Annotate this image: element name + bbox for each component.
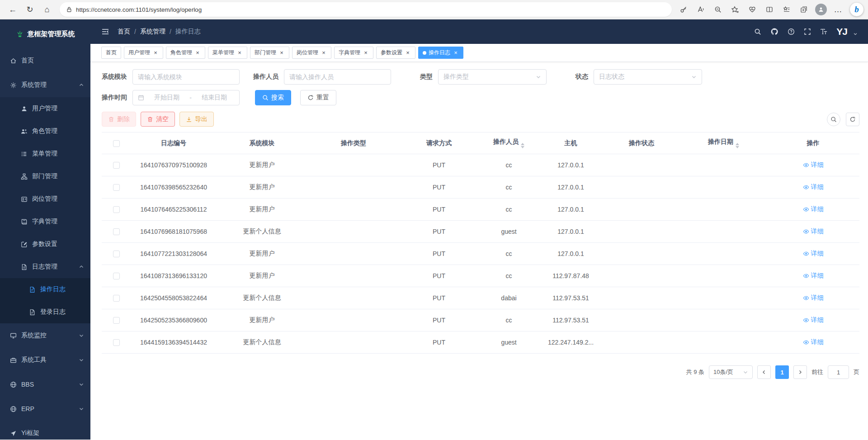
page-size-select[interactable]: 10条/页 bbox=[709, 365, 753, 379]
module-input[interactable] bbox=[138, 73, 234, 80]
table-refresh-button[interactable] bbox=[846, 113, 859, 126]
browser-home-button[interactable]: ⌂ bbox=[39, 2, 55, 17]
cell-operator: cc bbox=[479, 176, 539, 199]
tab-dict-management[interactable]: 字典管理× bbox=[334, 47, 373, 59]
sidebar-item-role-management[interactable]: 角色管理 bbox=[0, 120, 90, 142]
close-icon[interactable]: × bbox=[453, 50, 459, 56]
tab-operation-log[interactable]: 操作日志× bbox=[418, 47, 463, 59]
sidebar-item-dict-management[interactable]: 字典管理 bbox=[0, 210, 90, 233]
sidebar-item-yi-framework[interactable]: Yi框架 bbox=[0, 421, 90, 440]
export-button[interactable]: 导出 bbox=[179, 112, 214, 127]
detail-link[interactable]: 详细 bbox=[803, 250, 824, 258]
close-icon[interactable]: × bbox=[194, 50, 201, 56]
delete-button[interactable]: 删除 bbox=[102, 112, 136, 127]
row-checkbox[interactable] bbox=[113, 228, 120, 235]
close-icon[interactable]: × bbox=[321, 50, 327, 56]
sidebar-item-erp[interactable]: ERP bbox=[0, 397, 90, 421]
detail-link[interactable]: 详细 bbox=[803, 205, 824, 213]
app-logo[interactable]: 意框架管理系统 bbox=[0, 19, 90, 48]
sidebar-toggle-button[interactable] bbox=[101, 28, 109, 36]
type-select[interactable]: 操作类型 bbox=[438, 69, 547, 85]
col-date[interactable]: 操作日期 bbox=[680, 132, 767, 154]
detail-link[interactable]: 详细 bbox=[803, 161, 824, 169]
close-icon[interactable]: × bbox=[363, 50, 369, 56]
passwords-button[interactable] bbox=[676, 2, 691, 17]
search-button[interactable]: 搜索 bbox=[255, 90, 291, 105]
table-search-button[interactable] bbox=[827, 113, 840, 126]
row-checkbox[interactable] bbox=[113, 162, 120, 169]
sidebar-item-param-settings[interactable]: 参数设置 bbox=[0, 233, 90, 255]
detail-link[interactable]: 详细 bbox=[803, 338, 824, 346]
sidebar-item-login-log[interactable]: 登录日志 bbox=[0, 301, 90, 323]
tab-user-management[interactable]: 用户管理× bbox=[124, 47, 163, 59]
row-checkbox[interactable] bbox=[113, 206, 120, 213]
status-select[interactable]: 日志状态 bbox=[594, 69, 702, 85]
read-aloud-button[interactable] bbox=[693, 2, 708, 17]
tab-home[interactable]: 首页 bbox=[101, 47, 121, 59]
detail-link[interactable]: 详细 bbox=[803, 183, 824, 191]
sidebar-item-system-monitor[interactable]: 系统监控 bbox=[0, 323, 90, 348]
add-favorite-button[interactable] bbox=[728, 2, 742, 17]
sidebar-item-system-tools[interactable]: 系统工具 bbox=[0, 348, 90, 372]
tab-menu-management[interactable]: 菜单管理× bbox=[208, 47, 247, 59]
sidebar-item-bbs[interactable]: BBS bbox=[0, 372, 90, 397]
pagination-total: 共 9 条 bbox=[686, 368, 704, 376]
cell-status bbox=[603, 199, 680, 221]
tab-role-management[interactable]: 角色管理× bbox=[166, 47, 205, 59]
operator-input[interactable] bbox=[289, 73, 386, 80]
browser-refresh-button[interactable]: ↻ bbox=[22, 2, 38, 17]
date-range-picker[interactable]: 开始日期 - 结束日期 bbox=[132, 90, 240, 105]
github-button[interactable] bbox=[770, 28, 778, 36]
page-number-1[interactable]: 1 bbox=[775, 365, 789, 379]
zoom-button[interactable] bbox=[711, 2, 725, 17]
close-icon[interactable]: × bbox=[278, 50, 285, 56]
font-size-button[interactable] bbox=[820, 28, 827, 35]
sidebar-item-log-management[interactable]: 日志管理 bbox=[0, 255, 90, 278]
detail-link[interactable]: 详细 bbox=[803, 294, 824, 302]
bing-sidebar-button[interactable]: b bbox=[850, 3, 863, 16]
breadcrumb-system[interactable]: 系统管理 bbox=[140, 28, 165, 36]
row-checkbox[interactable] bbox=[113, 184, 120, 191]
clear-button[interactable]: 清空 bbox=[141, 112, 175, 127]
close-icon[interactable]: × bbox=[236, 50, 243, 56]
close-icon[interactable]: × bbox=[405, 50, 411, 56]
collections-button[interactable] bbox=[797, 2, 811, 17]
address-bar[interactable]: https://ccnetcore.com:1101/system/log/op… bbox=[60, 2, 672, 17]
sidebar-item-user-management[interactable]: 用户管理 bbox=[0, 97, 90, 120]
tab-param-settings[interactable]: 参数设置× bbox=[376, 47, 415, 59]
detail-link[interactable]: 详细 bbox=[803, 272, 824, 280]
select-all-checkbox[interactable] bbox=[113, 140, 120, 147]
row-checkbox[interactable] bbox=[113, 339, 120, 346]
breadcrumb-home[interactable]: 首页 bbox=[118, 28, 130, 36]
split-screen-button[interactable] bbox=[762, 2, 777, 17]
sidebar-item-system-management[interactable]: 系统管理 bbox=[0, 73, 90, 97]
row-checkbox[interactable] bbox=[113, 273, 120, 279]
reset-button[interactable]: 重置 bbox=[300, 90, 336, 105]
browser-essentials-button[interactable] bbox=[745, 2, 760, 17]
prev-page-button[interactable] bbox=[757, 365, 771, 379]
sidebar-item-operation-log[interactable]: 操作日志 bbox=[0, 278, 90, 301]
sidebar-item-post-management[interactable]: 岗位管理 bbox=[0, 188, 90, 210]
sidebar-item-home[interactable]: 首页 bbox=[0, 48, 90, 73]
sidebar-item-menu-management[interactable]: 菜单管理 bbox=[0, 142, 90, 165]
row-checkbox[interactable] bbox=[113, 295, 120, 302]
user-avatar-logo[interactable]: YJ bbox=[836, 26, 847, 37]
tab-post-management[interactable]: 岗位管理× bbox=[292, 47, 331, 59]
col-operator[interactable]: 操作人员 bbox=[479, 132, 539, 154]
detail-link[interactable]: 详细 bbox=[803, 316, 824, 324]
header-search-button[interactable] bbox=[754, 28, 761, 35]
favorites-button[interactable] bbox=[779, 2, 794, 17]
help-button[interactable] bbox=[788, 28, 795, 35]
profile-button[interactable] bbox=[814, 2, 828, 17]
next-page-button[interactable] bbox=[793, 365, 807, 379]
goto-page-input[interactable] bbox=[828, 365, 849, 379]
fullscreen-button[interactable] bbox=[804, 28, 811, 35]
close-icon[interactable]: × bbox=[152, 50, 159, 56]
tab-department-management[interactable]: 部门管理× bbox=[250, 47, 289, 59]
sidebar-item-department-management[interactable]: 部门管理 bbox=[0, 165, 90, 188]
detail-link[interactable]: 详细 bbox=[803, 227, 824, 236]
row-checkbox[interactable] bbox=[113, 317, 120, 324]
browser-menu-button[interactable]: … bbox=[831, 2, 845, 17]
browser-back-button[interactable]: ← bbox=[5, 2, 21, 17]
row-checkbox[interactable] bbox=[113, 251, 120, 257]
